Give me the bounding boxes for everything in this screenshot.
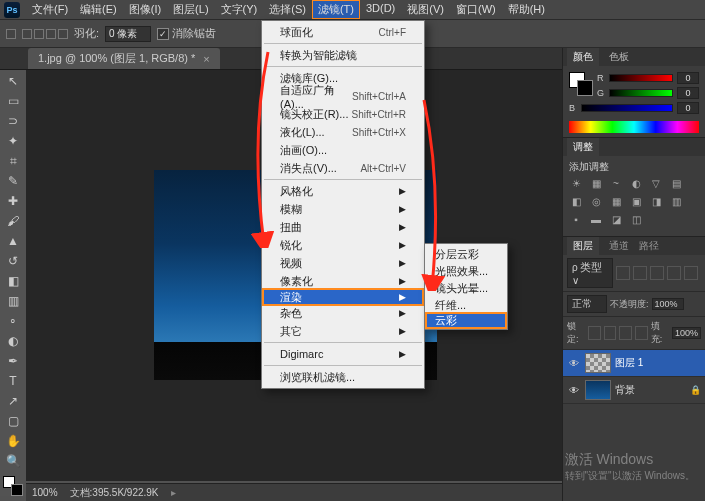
filter-kind-select[interactable]: ρ 类型 ∨ [567,258,613,288]
menu-item-浏览联机滤镜[interactable]: 浏览联机滤镜... [262,368,424,386]
filter-smart-icon[interactable] [684,266,698,280]
feather-input[interactable] [105,26,151,42]
blend-mode-select[interactable]: 正常 [567,295,607,313]
tab-layers[interactable]: 图层 [567,237,599,255]
filter-adjust-icon[interactable] [633,266,647,280]
menu-item-视频[interactable]: 视频▶ [262,254,424,272]
crop-tool[interactable]: ⌗ [3,152,23,170]
adj-hue-icon[interactable]: ▤ [669,178,683,192]
heal-tool[interactable]: ✚ [3,192,23,210]
layer-row[interactable]: 👁图层 1 [563,350,705,377]
eyedropper-tool[interactable]: ✎ [3,172,23,190]
menu-编辑[interactable]: 编辑(E) [74,0,123,19]
spectrum-bar[interactable] [569,121,699,133]
adj-selcolor-icon[interactable]: ◪ [609,214,623,228]
tab-channels[interactable]: 通道 [609,239,629,253]
gradient-tool[interactable]: ▥ [3,292,23,310]
shape-tool[interactable]: ▢ [3,412,23,430]
submenu-item-分层云彩[interactable]: 分层云彩 [425,246,507,263]
submenu-item-光照效果[interactable]: 光照效果... [425,263,507,280]
antialias-checkbox[interactable]: ✓消除锯齿 [157,26,216,41]
menu-3d[interactable]: 3D(D) [360,0,401,19]
menu-item-球面化[interactable]: 球面化Ctrl+F [262,23,424,41]
adj-threshold-icon[interactable]: ▪ [569,214,583,228]
adj-lookup-icon[interactable]: ▣ [629,196,643,210]
menu-item-锐化[interactable]: 锐化▶ [262,236,424,254]
close-icon[interactable]: × [203,53,209,65]
dodge-tool[interactable]: ◐ [3,332,23,350]
menu-滤镜[interactable]: 滤镜(T) [312,0,360,19]
path-tool[interactable]: ↗ [3,392,23,410]
eraser-tool[interactable]: ◧ [3,272,23,290]
menu-item-杂色[interactable]: 杂色▶ [262,304,424,322]
menu-item-转换为智能滤镜[interactable]: 转换为智能滤镜 [262,46,424,64]
wand-tool[interactable]: ✦ [3,132,23,150]
r-slider[interactable] [609,74,673,82]
adj-bw-icon[interactable]: ◧ [569,196,583,210]
adj-invert-icon[interactable]: ◨ [649,196,663,210]
marquee-tool[interactable]: ▭ [3,92,23,110]
menu-item-模糊[interactable]: 模糊▶ [262,200,424,218]
zoom-tool[interactable]: 🔍 [3,452,23,470]
adj-more-icon[interactable]: ◫ [629,214,643,228]
history-brush-tool[interactable]: ↺ [3,252,23,270]
adj-exposure-icon[interactable]: ◐ [629,178,643,192]
tab-color[interactable]: 颜色 [567,48,599,66]
hand-tool[interactable]: ✋ [3,432,23,450]
visibility-icon[interactable]: 👁 [567,385,581,396]
menu-item-风格化[interactable]: 风格化▶ [262,182,424,200]
filter-type-icon[interactable] [650,266,664,280]
filter-shape-icon[interactable] [667,266,681,280]
submenu-item-云彩[interactable]: 云彩 [425,312,507,329]
tool-preset-dropdown[interactable] [6,29,16,39]
menu-文字[interactable]: 文字(Y) [215,0,264,19]
adj-poster-icon[interactable]: ▥ [669,196,683,210]
menu-item-镜头校正R[interactable]: 镜头校正(R)...Shift+Ctrl+R [262,105,424,123]
fill-input[interactable]: 100% [672,327,701,339]
menu-图像[interactable]: 图像(I) [123,0,167,19]
menu-文件[interactable]: 文件(F) [26,0,74,19]
opacity-input[interactable]: 100% [652,298,684,310]
menu-图层[interactable]: 图层(L) [167,0,214,19]
adj-vibrance-icon[interactable]: ▽ [649,178,663,192]
color-swatches[interactable] [3,476,23,496]
g-slider[interactable] [609,89,673,97]
menu-item-消失点V[interactable]: 消失点(V)...Alt+Ctrl+V [262,159,424,177]
visibility-icon[interactable]: 👁 [567,358,581,369]
layer-row[interactable]: 👁背景🔒 [563,377,705,404]
menu-item-液化L[interactable]: 液化(L)...Shift+Ctrl+X [262,123,424,141]
adj-levels-icon[interactable]: ▦ [589,178,603,192]
selection-mode-icons[interactable] [22,29,68,39]
adj-mixer-icon[interactable]: ▦ [609,196,623,210]
menu-item-扭曲[interactable]: 扭曲▶ [262,218,424,236]
lock-all-icon[interactable] [635,326,648,340]
menu-窗口[interactable]: 窗口(W) [450,0,502,19]
blur-tool[interactable]: ∘ [3,312,23,330]
document-tab[interactable]: 1.jpg @ 100% (图层 1, RGB/8) * × [28,48,220,69]
lock-pos-icon[interactable] [619,326,632,340]
adj-gradmap-icon[interactable]: ▬ [589,214,603,228]
b-slider[interactable] [581,104,673,112]
adj-photo-icon[interactable]: ◎ [589,196,603,210]
menu-选择[interactable]: 选择(S) [263,0,312,19]
adj-brightness-icon[interactable]: ☀ [569,178,583,192]
stamp-tool[interactable]: ▲ [3,232,23,250]
menu-item-其它[interactable]: 其它▶ [262,322,424,340]
pen-tool[interactable]: ✒ [3,352,23,370]
fg-bg-swatch[interactable] [569,72,593,96]
move-tool[interactable]: ↖ [3,72,23,90]
tab-adjustments[interactable]: 调整 [567,138,599,156]
zoom-level[interactable]: 100% [32,487,58,498]
filter-pixel-icon[interactable] [616,266,630,280]
tab-paths[interactable]: 路径 [639,239,659,253]
submenu-item-镜头光晕[interactable]: 镜头光晕... [425,280,507,297]
type-tool[interactable]: T [3,372,23,390]
menu-item-Digimarc[interactable]: Digimarc▶ [262,345,424,363]
menu-item-油画O[interactable]: 油画(O)... [262,141,424,159]
menu-帮助[interactable]: 帮助(H) [502,0,551,19]
menu-视图[interactable]: 视图(V) [401,0,450,19]
lock-trans-icon[interactable] [588,326,601,340]
menu-item-自适应广角A[interactable]: 自适应广角(A)...Shift+Ctrl+A [262,87,424,105]
lasso-tool[interactable]: ⊃ [3,112,23,130]
lock-pixel-icon[interactable] [604,326,617,340]
